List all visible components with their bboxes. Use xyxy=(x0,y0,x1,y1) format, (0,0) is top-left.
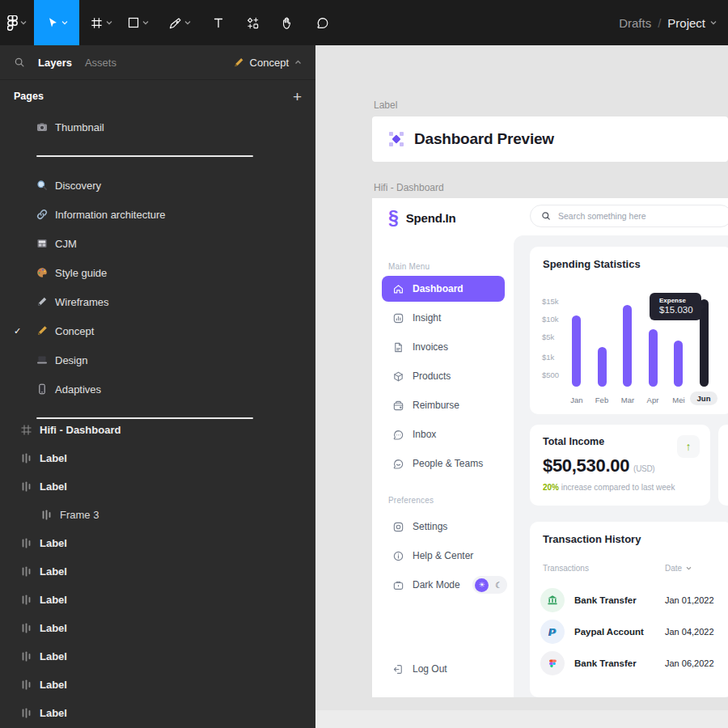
layer-item-label[interactable]: Label xyxy=(0,472,315,501)
layer-item-label[interactable]: Label xyxy=(0,614,315,642)
x-axis-label[interactable]: Jan xyxy=(563,396,590,404)
income-change-percent: 20% xyxy=(543,483,559,492)
chevron-down-icon xyxy=(710,20,717,25)
menu-item-invoices[interactable]: Invoices xyxy=(382,334,505,360)
transactions-title: Transaction History xyxy=(543,533,641,545)
phone-icon xyxy=(36,383,48,395)
page-item-thumbnail[interactable]: Thumbnail xyxy=(0,112,315,142)
dark-mode-icon[interactable]: ☾ xyxy=(495,581,505,590)
page-item-information-architecture[interactable]: Information architecture xyxy=(0,200,315,229)
menu-item-people-teams[interactable]: People & Teams xyxy=(382,451,505,476)
search-input[interactable]: Search something here xyxy=(530,205,728,227)
hand-tool-button[interactable] xyxy=(273,0,302,45)
income-currency: (USD) xyxy=(633,464,654,473)
canvas-bottom-strip xyxy=(315,710,728,728)
move-tool-button[interactable] xyxy=(34,0,79,45)
main-menu-button[interactable] xyxy=(0,0,34,45)
figma-logo-icon xyxy=(7,15,18,31)
date-column-header[interactable]: Date xyxy=(665,564,692,573)
breadcrumb-project[interactable]: Project xyxy=(667,16,717,30)
bar-mei[interactable] xyxy=(674,341,683,387)
menu-item-settings[interactable]: Settings xyxy=(382,514,505,540)
stats-title: Spending Statistics xyxy=(543,258,641,270)
comment-tool-button[interactable] xyxy=(308,0,336,45)
menu-item-dashboard[interactable]: Dashboard xyxy=(382,276,505,302)
tab-layers[interactable]: Layers xyxy=(38,57,72,69)
current-page-selector[interactable]: Concept xyxy=(233,57,302,69)
arrow-up-icon[interactable]: ↑ xyxy=(677,435,700,458)
spending-statistics-card: Spending Statistics $15k $10k $5k $1k $5… xyxy=(530,247,728,414)
chart-tooltip: Expense $15.030 xyxy=(650,293,701,320)
y-axis-tick: $1k xyxy=(542,353,554,362)
page-item-discovery[interactable]: Discovery xyxy=(0,171,315,200)
bar-apr[interactable] xyxy=(649,329,658,387)
figma-app: Drafts / Project Layers Assets Co xyxy=(0,0,728,728)
frame-tool-button[interactable] xyxy=(83,0,120,45)
panel-tabs: Layers Assets Concept xyxy=(0,45,315,80)
page-item-style-guide[interactable]: Style guide xyxy=(0,258,315,287)
transaction-row[interactable]: Bank Transfer Jan 06,2022 xyxy=(540,650,724,676)
transaction-row[interactable]: P Paypal Account Jan 04,2022 xyxy=(540,619,724,645)
chevron-up-icon xyxy=(294,60,302,65)
layer-item-label[interactable]: Label xyxy=(0,557,315,586)
page-divider[interactable] xyxy=(0,142,315,171)
bar-feb[interactable] xyxy=(598,347,607,387)
menu-item-logout[interactable]: Log Out xyxy=(382,656,505,682)
page-item-cjm[interactable]: CJM xyxy=(0,229,315,258)
text-tool-button[interactable] xyxy=(205,0,232,45)
search-icon[interactable] xyxy=(14,57,25,68)
add-page-button[interactable]: + xyxy=(293,89,302,104)
page-item-concept[interactable]: ✓ Concept xyxy=(0,316,315,345)
page-item-design[interactable]: Design xyxy=(0,345,315,375)
bar-jan[interactable] xyxy=(572,315,581,387)
project-name: Project xyxy=(667,16,705,30)
menu-label: Dark Mode xyxy=(413,579,460,590)
x-axis-label[interactable]: Mar xyxy=(614,396,641,404)
layer-label: Label xyxy=(40,452,67,464)
hifi-dashboard-frame[interactable]: § Spend.In Search something here Main Me… xyxy=(372,198,728,697)
transaction-name: Bank Transfer xyxy=(574,658,637,668)
menu-item-reimburse[interactable]: Reimburse xyxy=(382,392,505,418)
transaction-row[interactable]: Bank Transfer Jan 01,2022 xyxy=(540,587,724,613)
dashboard-preview-frame[interactable]: Dashboard Preview xyxy=(372,116,728,162)
menu-item-insight[interactable]: Insight xyxy=(382,305,505,331)
light-mode-icon[interactable]: ☀ xyxy=(475,578,489,592)
shape-tool-button[interactable] xyxy=(120,0,156,45)
layer-item-label[interactable]: Label xyxy=(0,671,315,699)
canvas[interactable]: Label Dashboard Preview Hifi - Dashboard… xyxy=(315,45,728,728)
menu-label: Log Out xyxy=(413,663,447,675)
x-axis-label[interactable]: Apr xyxy=(639,396,667,404)
chat-bubble-icon xyxy=(392,429,404,441)
tab-assets[interactable]: Assets xyxy=(85,57,116,69)
frame-name-label[interactable]: Hifi - Dashboard xyxy=(374,182,444,193)
x-axis-label[interactable]: Feb xyxy=(588,396,616,404)
page-label: Design xyxy=(55,354,87,366)
x-axis-label[interactable]: Mei xyxy=(665,396,692,404)
breadcrumb-drafts[interactable]: Drafts xyxy=(619,16,651,30)
autolayout-icon xyxy=(20,622,32,634)
layer-item-label[interactable]: Label xyxy=(0,586,315,614)
menu-item-help-center[interactable]: Help & Center xyxy=(382,543,505,569)
page-item-wireframes[interactable]: Wireframes xyxy=(0,287,315,316)
pen-tool-button[interactable] xyxy=(161,0,198,45)
transaction-history-card: Transaction History Transactions Date Ba… xyxy=(530,522,728,697)
menu-item-dark-mode[interactable]: Dark Mode ☀ ☾ xyxy=(382,572,505,598)
resources-tool-button[interactable] xyxy=(239,0,267,45)
layer-item-label[interactable]: Label xyxy=(0,444,315,472)
dark-mode-toggle[interactable]: ☀ ☾ xyxy=(472,576,507,594)
search-icon xyxy=(541,211,551,221)
layer-item-label[interactable]: Label xyxy=(0,699,315,727)
layer-item-frame-3[interactable]: Frame 3 xyxy=(0,501,315,529)
transaction-name: Bank Transfer xyxy=(574,595,637,605)
page-item-adaptives[interactable]: Adaptives xyxy=(0,375,315,404)
x-axis-label[interactable]: Jun xyxy=(690,392,717,405)
component-icon xyxy=(389,132,404,146)
cursor-icon xyxy=(46,16,59,29)
frame-name-label[interactable]: Label xyxy=(374,99,397,111)
layer-item-label[interactable]: Label xyxy=(0,529,315,557)
bar-mar[interactable] xyxy=(623,305,632,387)
menu-item-products[interactable]: Products xyxy=(382,363,505,389)
brand-name: Spend.In xyxy=(406,211,456,225)
menu-item-inbox[interactable]: Inbox xyxy=(382,421,505,447)
layer-item-label[interactable]: Label xyxy=(0,642,315,671)
